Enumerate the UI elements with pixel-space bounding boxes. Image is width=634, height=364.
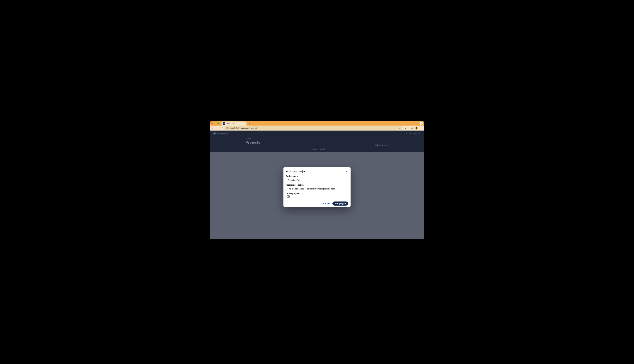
address-bar: dpze145z3mz7o.cloudfront.net ☆ ⋮	[210, 126, 424, 130]
browser-window: ◐ Promptus ✕ ＋ ⌄ dpze145z3mz7o.cloud	[210, 121, 424, 239]
tab-close-button[interactable]: ✕	[243, 122, 245, 124]
submit-add-project-button[interactable]: Add project	[332, 202, 348, 206]
nav-reload-button[interactable]	[220, 127, 223, 130]
toolbar-right: ⋮	[404, 126, 423, 130]
site-info-icon[interactable]	[226, 127, 229, 130]
dialog-close-button[interactable]	[344, 170, 348, 173]
toolbar-separator	[408, 127, 409, 130]
project-description-input[interactable]	[286, 187, 348, 191]
project-name-input[interactable]	[286, 178, 348, 182]
nav-back-button[interactable]	[211, 127, 214, 130]
profile-avatar[interactable]	[415, 126, 418, 130]
new-tab-button[interactable]: ＋	[248, 122, 251, 125]
project-description-label: Project description	[286, 184, 348, 186]
project-name-label: Project name	[286, 175, 348, 177]
public-project-label: Public project	[286, 192, 348, 195]
svg-point-6	[416, 127, 417, 128]
add-project-dialog: Add new project Project name Project des…	[284, 167, 350, 207]
cancel-button[interactable]: Cancel	[323, 202, 330, 204]
window-zoom-button[interactable]	[218, 122, 219, 124]
toggle-knob	[286, 196, 288, 198]
url-box[interactable]: dpze145z3mz7o.cloudfront.net ☆	[224, 126, 402, 130]
svg-rect-4	[411, 127, 413, 129]
extensions-icon[interactable]	[404, 126, 407, 130]
modal-scrim[interactable]: Add new project Project name Project des…	[210, 130, 424, 239]
dialog-footer: Cancel Add project	[284, 200, 350, 207]
kebab-menu-icon[interactable]: ⋮	[420, 126, 423, 130]
tab-strip: ◐ Promptus ✕ ＋ ⌄	[210, 121, 424, 126]
window-close-button[interactable]	[211, 122, 213, 124]
panel-icon[interactable]	[410, 126, 414, 130]
app-viewport: ◐ Promptus JWThewes ▼ Home Projects ＋ Ad…	[210, 130, 424, 239]
tabs-dropdown-button[interactable]: ⌄	[420, 122, 423, 125]
browser-tab[interactable]: ◐ Promptus ✕	[222, 122, 246, 126]
dialog-title: Add new project	[286, 170, 306, 173]
public-project-toggle[interactable]	[286, 196, 290, 198]
nav-forward-button[interactable]	[216, 127, 218, 130]
url-text: dpze145z3mz7o.cloudfront.net	[230, 127, 398, 129]
window-minimize-button[interactable]	[214, 122, 216, 124]
tab-title: Promptus	[226, 122, 242, 124]
bookmark-star-icon[interactable]: ☆	[399, 127, 401, 129]
close-icon	[345, 170, 348, 173]
tab-favicon: ◐	[223, 122, 225, 124]
window-controls	[211, 122, 219, 124]
